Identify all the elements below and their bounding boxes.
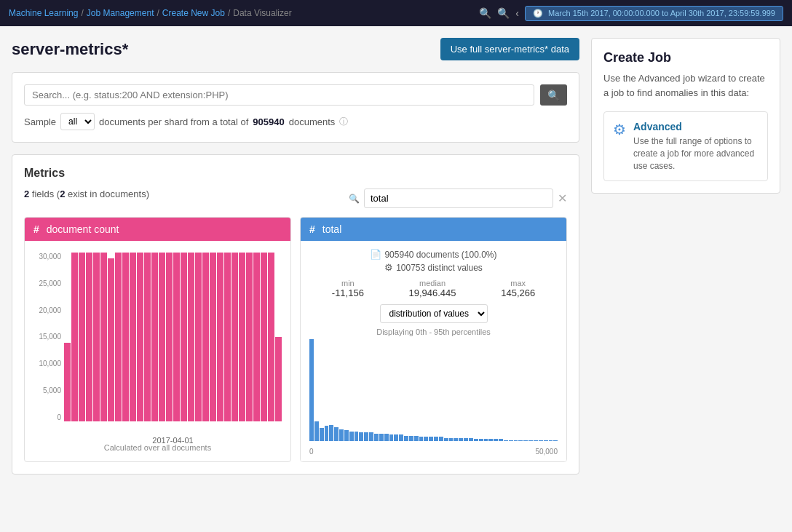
back-icon[interactable]: ‹	[515, 7, 519, 19]
bar-blue	[434, 437, 438, 441]
bar-blue	[534, 440, 538, 441]
chart-header-document-count: # document count	[25, 218, 290, 241]
bar-blue	[518, 440, 523, 441]
distinct-icon: ⚙	[384, 262, 393, 273]
bar-blue	[394, 434, 398, 441]
pink-bars-container	[64, 253, 282, 421]
main-container: server-metrics* Use full server-metrics*…	[0, 26, 792, 532]
zoom-in-icon[interactable]: 🔍	[479, 7, 491, 19]
breadcrumb-ml[interactable]: Machine Learning	[9, 8, 78, 18]
document-count-chart: # document count 30,000 25,000 20,000 15…	[24, 217, 291, 462]
total-chart: # total 📄 905940 documents (100.0%) ⚙ 10…	[300, 217, 567, 462]
info-icon[interactable]: ⓘ	[339, 116, 348, 128]
median-stat: median 19,946.445	[409, 279, 456, 298]
min-stat: min -11,156	[332, 279, 364, 298]
bar-blue	[349, 432, 354, 441]
x-axis-labels-blue: 0 50,000	[309, 448, 558, 456]
bar-blue	[359, 432, 363, 441]
bar-blue	[409, 436, 413, 441]
median-value: 19,946.445	[409, 287, 456, 298]
min-label: min	[332, 279, 364, 287]
chart1-body: 30,000 25,000 20,000 15,000 10,000 5,000…	[25, 241, 290, 456]
top-bar-icons: 🔍 🔍 ‹	[479, 7, 519, 19]
zoom-out-icon[interactable]: 🔍	[497, 7, 510, 19]
bar-pink	[137, 253, 143, 421]
bar-blue	[528, 440, 533, 441]
search-input[interactable]	[24, 84, 534, 106]
create-job-desc: Use the Advanced job wizard to create a …	[603, 71, 768, 100]
search-button[interactable]: 🔍	[540, 84, 567, 106]
create-job-card: Create Job Use the Advanced job wizard t…	[591, 38, 780, 194]
bar-pink	[217, 253, 223, 421]
chart1-caption: Calculated over all documents	[31, 443, 285, 452]
page-title: server-metrics*	[12, 40, 128, 59]
bar-blue	[339, 429, 344, 441]
time-range-selector[interactable]: 🕐 March 15th 2017, 00:00:00.000 to April…	[525, 6, 783, 21]
bar-blue	[509, 440, 513, 441]
bar-pink	[93, 253, 100, 421]
bar-blue	[449, 438, 454, 441]
wizard-desc: Use the full range of options to create …	[633, 135, 759, 172]
sample-label: Sample	[24, 116, 56, 127]
bar-blue	[479, 439, 483, 441]
blue-bars-container	[309, 339, 558, 441]
min-value: -11,156	[332, 287, 364, 298]
x-label-0: 0	[309, 448, 314, 456]
bar-blue	[414, 436, 419, 441]
percentile-label: Displaying 0th - 95th percentiles	[309, 327, 558, 336]
bar-pink	[108, 258, 114, 421]
docs-count-row: 📄 905940 documents (100.0%)	[309, 249, 558, 260]
field-search-input[interactable]	[364, 188, 553, 208]
bar-blue	[454, 438, 458, 441]
bar-pink	[224, 253, 231, 421]
bar-blue	[484, 439, 488, 441]
bar-blue	[379, 434, 384, 441]
advanced-wizard-option[interactable]: ⚙ Advanced Use the full range of options…	[603, 111, 768, 181]
x-label-50k: 50,000	[535, 448, 558, 456]
bar-blue	[549, 440, 553, 441]
bar-pink	[188, 253, 194, 421]
bar-blue	[544, 440, 548, 441]
right-panel: Create Job Use the Advanced job wizard t…	[591, 38, 780, 520]
chart-header-total: # total	[301, 218, 566, 241]
bar-blue	[439, 437, 443, 441]
y-axis-labels: 30,000 25,000 20,000 15,000 10,000 5,000…	[31, 253, 64, 421]
bar-pink	[86, 253, 92, 421]
bar-blue	[539, 440, 543, 441]
field-search-clear-icon[interactable]: ✕	[558, 191, 567, 205]
search-row: 🔍	[24, 84, 567, 106]
bar-blue	[309, 339, 314, 441]
field-search-icon: 🔍	[349, 194, 360, 204]
bar-blue	[344, 430, 349, 441]
page-header: server-metrics* Use full server-metrics*…	[12, 38, 579, 60]
bar-blue	[374, 434, 379, 441]
bar-pink	[79, 253, 85, 421]
distinct-values-label: 100753 distinct values	[396, 263, 483, 273]
bar-blue	[444, 438, 448, 441]
breadcrumb-job-mgmt[interactable]: Job Management	[87, 8, 154, 18]
bar-pink	[159, 253, 165, 421]
bar-pink	[144, 253, 151, 421]
distribution-select[interactable]: distribution of values	[380, 304, 488, 323]
metrics-section: Metrics 2 fields (2 exist in documents) …	[12, 154, 579, 475]
bar-blue	[504, 440, 508, 441]
max-label: max	[501, 279, 535, 287]
bar-blue	[325, 426, 329, 441]
stats-table: min -11,156 median 19,946.445 max 145,26…	[309, 279, 558, 298]
bar-blue	[355, 432, 359, 441]
fields-count: 2 fields (2 exist in documents)	[24, 188, 149, 199]
use-full-data-button[interactable]: Use full server-metrics* data	[440, 38, 579, 60]
hash-icon-1: #	[33, 223, 39, 235]
bar-blue	[474, 439, 478, 441]
docs-per-shard-text: documents per shard from a total of	[99, 116, 248, 127]
breadcrumb-create-job[interactable]: Create New Job	[162, 8, 225, 18]
bar-pink	[210, 253, 216, 421]
median-label: median	[409, 279, 456, 287]
bar-blue	[514, 440, 518, 441]
clock-icon: 🕐	[533, 9, 543, 17]
sample-select[interactable]: all	[60, 113, 95, 130]
bar-pink	[253, 253, 260, 421]
distribution-dropdown: distribution of values	[309, 304, 558, 323]
bar-pink	[275, 337, 282, 421]
bar-blue	[464, 438, 468, 441]
